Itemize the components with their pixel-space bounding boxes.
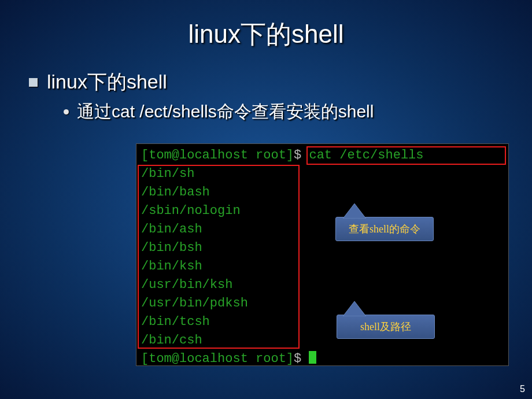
svg-marker-0 [343,204,366,219]
bullet-level2: 通过cat /ect/shells命令查看安装的shell [64,100,532,124]
slide-title: linux下的shell [0,0,532,69]
terminal-line-prompt2: [tom@localhost root]$ [141,350,504,368]
callout-shellpath-label: shell及路径 [337,315,435,339]
svg-marker-1 [343,301,366,316]
callout-arrow-icon [343,301,366,316]
callout-arrow-icon [343,204,366,219]
bullet-level1: linux下的shell [29,69,532,95]
callout1-text: 查看shell的命令 [349,222,420,236]
dot-bullet-icon [64,109,69,114]
bullet1-text: linux下的shell [47,69,167,95]
terminal-screenshot: [tom@localhost root]$ cat /etc/shells /b… [136,143,509,366]
command-highlight-box [306,146,506,165]
callout-command-label: 查看shell的命令 [335,217,434,241]
shells-highlight-box [138,165,300,349]
bullet2-text: 通过cat /ect/shells命令查看安装的shell [77,100,374,124]
square-bullet-icon [29,78,38,87]
page-number: 5 [520,384,525,394]
callout2-text: shell及路径 [360,320,411,334]
cursor-icon [309,351,316,364]
